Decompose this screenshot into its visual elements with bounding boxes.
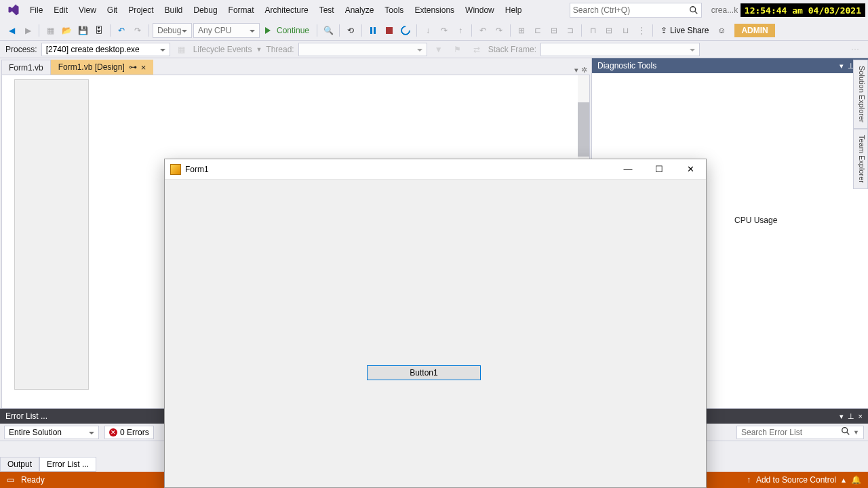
menu-test[interactable]: Test xyxy=(314,3,340,18)
process-combo[interactable]: [2740] create desktop.exe xyxy=(41,43,170,56)
save-all-button[interactable]: 🗄 xyxy=(92,23,106,38)
form1-window: Form1 — ☐ ✕ Button1 xyxy=(164,159,707,488)
align-center-button[interactable]: ⊟ xyxy=(547,23,561,38)
flag-icon: ⚑ xyxy=(450,42,465,57)
align-grid-button[interactable]: ⊞ xyxy=(514,23,529,38)
menu-project[interactable]: Project xyxy=(123,3,159,18)
filter-icon: ▼ xyxy=(431,42,446,57)
tab-form1-design-label: Form1.vb [Design] xyxy=(58,62,125,72)
continue-button[interactable]: Continue xyxy=(261,23,313,38)
menu-file[interactable]: File xyxy=(24,3,48,18)
errors-count-label: 0 Errors xyxy=(120,428,149,437)
maximize-button[interactable]: ☐ xyxy=(644,159,675,180)
stack-frame-combo[interactable] xyxy=(540,43,700,56)
config-combo[interactable]: Debug xyxy=(153,23,192,38)
tab-error-list[interactable]: Error List ... xyxy=(39,457,96,472)
undo-button[interactable]: ↶ xyxy=(114,23,129,38)
align-bottom-button[interactable]: ⊔ xyxy=(618,23,633,38)
menu-bar: File Edit View Git Project Build Debug F… xyxy=(0,0,868,20)
undo2-button[interactable]: ↶ xyxy=(475,23,490,38)
debug-location-toolbar: Process: [2740] create desktop.exe ▦ Lif… xyxy=(0,41,868,58)
menu-window[interactable]: Window xyxy=(460,3,500,18)
menu-debug[interactable]: Debug xyxy=(188,3,222,18)
tab-output[interactable]: Output xyxy=(0,457,39,472)
svg-point-0 xyxy=(690,7,696,12)
tab-form1-vb[interactable]: Form1.vb xyxy=(1,60,51,75)
chevron-up-icon[interactable]: ▴ xyxy=(842,475,846,485)
error-icon: ✕ xyxy=(109,428,117,436)
platform-combo[interactable]: Any CPU xyxy=(193,23,260,38)
error-scope-combo[interactable]: Entire Solution xyxy=(4,426,99,439)
errorlist-dropdown-icon[interactable]: ▾ xyxy=(840,412,844,421)
menu-help[interactable]: Help xyxy=(500,3,528,18)
error-search-placeholder: Search Error List xyxy=(741,428,802,437)
toolbar-overflow-icon[interactable]: ⋯ xyxy=(848,42,863,57)
align-left-button[interactable]: ⊏ xyxy=(530,23,545,38)
close-button[interactable]: ✕ xyxy=(675,159,706,180)
pause-button[interactable] xyxy=(366,23,380,38)
pin-icon[interactable]: ⊶ xyxy=(129,62,137,72)
thread-label: Thread: xyxy=(266,45,294,54)
live-share-button[interactable]: ⇪ Live Share xyxy=(656,26,713,35)
svg-point-2 xyxy=(842,428,848,433)
cpu-usage-label: CPU Usage xyxy=(734,216,777,225)
side-tabs: Solution Explorer Team Explorer xyxy=(853,60,868,189)
stop-button[interactable] xyxy=(382,23,397,38)
close-tab-icon[interactable]: × xyxy=(141,63,146,72)
align-middle-button[interactable]: ⊟ xyxy=(601,23,616,38)
add-source-control[interactable]: Add to Source Control xyxy=(756,475,836,485)
thread-combo[interactable] xyxy=(298,43,427,56)
menu-tools[interactable]: Tools xyxy=(379,3,409,18)
tab-settings-icon[interactable]: ✲ xyxy=(581,66,587,75)
nav-fwd-button[interactable]: ▶ xyxy=(20,23,35,38)
errorlist-pin-icon[interactable]: ⊥ xyxy=(848,412,854,421)
button1[interactable]: Button1 xyxy=(367,365,481,380)
restart-button[interactable] xyxy=(398,23,413,38)
menu-git[interactable]: Git xyxy=(102,3,123,18)
new-project-button[interactable]: ▦ xyxy=(43,23,58,38)
diagnostic-title: Diagnostic Tools xyxy=(597,61,656,70)
menu-architecture[interactable]: Architecture xyxy=(260,3,314,18)
browser-link-button[interactable]: ⟲ xyxy=(343,23,358,38)
error-search-dropdown-icon[interactable]: ▼ xyxy=(853,429,859,436)
menu-view[interactable]: View xyxy=(73,3,102,18)
notifications-icon[interactable]: 🔔 xyxy=(851,475,861,485)
errorlist-close-icon[interactable]: × xyxy=(859,412,863,421)
clock-overlay: 12:54:44 am 04/03/2021 xyxy=(741,3,865,17)
menu-analyze[interactable]: Analyze xyxy=(340,3,380,18)
menu-build[interactable]: Build xyxy=(159,3,189,18)
designer-surface[interactable] xyxy=(14,79,89,390)
error-list-title: Error List ... xyxy=(5,411,47,421)
step-out-button[interactable]: ↑ xyxy=(453,23,468,38)
lifecycle-icon: ▦ xyxy=(174,42,189,57)
redo2-button[interactable]: ↷ xyxy=(492,23,507,38)
tab-dropdown-icon[interactable]: ▾ xyxy=(574,66,578,75)
save-button[interactable]: 💾 xyxy=(75,23,90,38)
feedback-button[interactable]: ☺ xyxy=(714,23,729,38)
minimize-button[interactable]: — xyxy=(612,159,644,180)
find-button[interactable]: 🔍 xyxy=(321,23,336,38)
menu-format[interactable]: Format xyxy=(223,3,260,18)
lifecycle-label: Lifecycle Events xyxy=(193,45,252,54)
step-into-button[interactable]: ↓ xyxy=(420,23,435,38)
live-share-label: Live Share xyxy=(670,26,709,35)
nav-back-button[interactable]: ◀ xyxy=(4,23,19,38)
spacing-button[interactable]: ⋮ xyxy=(634,23,649,38)
align-right-button[interactable]: ⊐ xyxy=(563,23,578,38)
menu-extensions[interactable]: Extensions xyxy=(409,3,460,18)
redo-button[interactable]: ↷ xyxy=(130,23,145,38)
align-top-button[interactable]: ⊓ xyxy=(585,23,600,38)
side-tab-team-explorer[interactable]: Team Explorer xyxy=(853,129,868,189)
side-tab-solution-explorer[interactable]: Solution Explorer xyxy=(853,60,868,129)
share-icon: ⇪ xyxy=(660,26,667,35)
tab-form1-design[interactable]: Form1.vb [Design] ⊶ × xyxy=(51,60,154,75)
open-file-button[interactable]: 📂 xyxy=(59,23,74,38)
pane-dropdown-icon[interactable]: ▾ xyxy=(840,62,844,70)
errors-filter-button[interactable]: ✕ 0 Errors xyxy=(104,426,154,439)
bottom-tabs: Output Error List ... xyxy=(0,457,96,472)
form1-titlebar[interactable]: Form1 — ☐ ✕ xyxy=(165,159,706,180)
menu-edit[interactable]: Edit xyxy=(48,3,73,18)
search-input[interactable]: Search (Ctrl+Q) xyxy=(570,3,702,18)
step-over-button[interactable]: ↷ xyxy=(437,23,452,38)
error-search-input[interactable]: Search Error List ▼ xyxy=(736,426,864,439)
